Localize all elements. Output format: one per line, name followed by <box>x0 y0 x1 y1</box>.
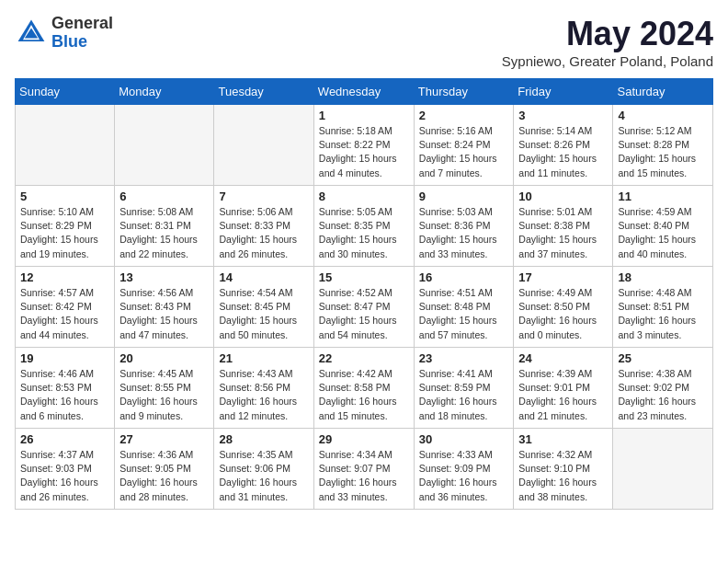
day-number: 24 <box>518 351 608 365</box>
day-info: Sunrise: 4:59 AM Sunset: 8:40 PM Dayligh… <box>618 205 708 261</box>
day-info: Sunrise: 4:34 AM Sunset: 9:07 PM Dayligh… <box>319 448 409 504</box>
month-title: May 2024 <box>502 15 713 53</box>
weekday-header-row: SundayMondayTuesdayWednesdayThursdayFrid… <box>16 79 713 105</box>
day-number: 10 <box>518 190 608 203</box>
calendar-cell <box>16 105 115 186</box>
day-info: Sunrise: 4:39 AM Sunset: 9:01 PM Dayligh… <box>518 367 608 423</box>
day-number: 29 <box>319 432 409 446</box>
day-info: Sunrise: 4:38 AM Sunset: 9:02 PM Dayligh… <box>618 367 708 423</box>
day-number: 17 <box>518 270 608 284</box>
calendar-week-3: 12Sunrise: 4:57 AM Sunset: 8:42 PM Dayli… <box>16 267 713 348</box>
calendar-cell: 14Sunrise: 4:54 AM Sunset: 8:45 PM Dayli… <box>214 267 313 348</box>
calendar-week-2: 5Sunrise: 5:10 AM Sunset: 8:29 PM Daylig… <box>16 186 713 267</box>
calendar-cell: 11Sunrise: 4:59 AM Sunset: 8:40 PM Dayli… <box>613 186 713 267</box>
day-info: Sunrise: 5:12 AM Sunset: 8:28 PM Dayligh… <box>618 124 708 180</box>
title-block: May 2024 Sypniewo, Greater Poland, Polan… <box>502 15 713 69</box>
day-number: 3 <box>518 109 608 122</box>
day-number: 15 <box>319 270 409 284</box>
day-info: Sunrise: 4:45 AM Sunset: 8:55 PM Dayligh… <box>119 367 209 423</box>
weekday-header-tuesday: Tuesday <box>214 79 313 105</box>
day-number: 28 <box>219 432 308 446</box>
weekday-header-sunday: Sunday <box>16 79 115 105</box>
day-info: Sunrise: 5:14 AM Sunset: 8:26 PM Dayligh… <box>518 124 608 180</box>
calendar-cell: 29Sunrise: 4:34 AM Sunset: 9:07 PM Dayli… <box>313 429 414 510</box>
calendar-cell: 1Sunrise: 5:18 AM Sunset: 8:22 PM Daylig… <box>313 105 414 186</box>
calendar-cell: 20Sunrise: 4:45 AM Sunset: 8:55 PM Dayli… <box>115 348 214 429</box>
day-info: Sunrise: 5:18 AM Sunset: 8:22 PM Dayligh… <box>319 124 409 180</box>
day-number: 14 <box>219 270 308 284</box>
calendar-cell: 24Sunrise: 4:39 AM Sunset: 9:01 PM Dayli… <box>514 348 613 429</box>
calendar-cell: 17Sunrise: 4:49 AM Sunset: 8:50 PM Dayli… <box>514 267 613 348</box>
calendar-cell: 9Sunrise: 5:03 AM Sunset: 8:36 PM Daylig… <box>414 186 514 267</box>
weekday-header-monday: Monday <box>115 79 214 105</box>
weekday-header-friday: Friday <box>514 79 613 105</box>
calendar-cell: 25Sunrise: 4:38 AM Sunset: 9:02 PM Dayli… <box>613 348 713 429</box>
calendar-cell: 23Sunrise: 4:41 AM Sunset: 8:59 PM Dayli… <box>414 348 514 429</box>
day-info: Sunrise: 4:32 AM Sunset: 9:10 PM Dayligh… <box>518 448 608 504</box>
logo-general-text: General <box>51 14 113 32</box>
day-number: 31 <box>518 432 608 446</box>
day-info: Sunrise: 4:35 AM Sunset: 9:06 PM Dayligh… <box>219 448 308 504</box>
day-info: Sunrise: 4:54 AM Sunset: 8:45 PM Dayligh… <box>219 286 308 342</box>
day-info: Sunrise: 4:51 AM Sunset: 8:48 PM Dayligh… <box>419 286 509 342</box>
calendar-cell: 15Sunrise: 4:52 AM Sunset: 8:47 PM Dayli… <box>313 267 414 348</box>
day-number: 19 <box>20 351 109 365</box>
day-info: Sunrise: 5:03 AM Sunset: 8:36 PM Dayligh… <box>419 205 509 261</box>
day-number: 11 <box>618 190 708 203</box>
calendar-cell: 26Sunrise: 4:37 AM Sunset: 9:03 PM Dayli… <box>16 429 115 510</box>
day-info: Sunrise: 5:06 AM Sunset: 8:33 PM Dayligh… <box>219 205 308 261</box>
calendar-cell <box>214 105 313 186</box>
day-number: 30 <box>419 432 509 446</box>
calendar-cell: 13Sunrise: 4:56 AM Sunset: 8:43 PM Dayli… <box>115 267 214 348</box>
calendar-cell <box>613 429 713 510</box>
day-info: Sunrise: 4:56 AM Sunset: 8:43 PM Dayligh… <box>119 286 209 342</box>
day-number: 9 <box>419 190 509 203</box>
day-info: Sunrise: 5:08 AM Sunset: 8:31 PM Dayligh… <box>119 205 209 261</box>
day-number: 27 <box>119 432 209 446</box>
logo-text: General Blue <box>51 15 113 52</box>
logo-blue-text: Blue <box>51 32 87 51</box>
page-header: General Blue May 2024 Sypniewo, Greater … <box>15 15 713 69</box>
day-info: Sunrise: 4:41 AM Sunset: 8:59 PM Dayligh… <box>419 367 509 423</box>
day-number: 16 <box>419 270 509 284</box>
day-info: Sunrise: 4:42 AM Sunset: 8:58 PM Dayligh… <box>319 367 409 423</box>
calendar-table: SundayMondayTuesdayWednesdayThursdayFrid… <box>15 78 713 510</box>
calendar-cell: 7Sunrise: 5:06 AM Sunset: 8:33 PM Daylig… <box>214 186 313 267</box>
day-number: 13 <box>119 270 209 284</box>
calendar-cell: 16Sunrise: 4:51 AM Sunset: 8:48 PM Dayli… <box>414 267 514 348</box>
day-info: Sunrise: 4:48 AM Sunset: 8:51 PM Dayligh… <box>618 286 708 342</box>
day-number: 23 <box>419 351 509 365</box>
calendar-week-5: 26Sunrise: 4:37 AM Sunset: 9:03 PM Dayli… <box>16 429 713 510</box>
day-number: 1 <box>319 109 409 122</box>
day-info: Sunrise: 4:36 AM Sunset: 9:05 PM Dayligh… <box>119 448 209 504</box>
day-number: 2 <box>419 109 509 122</box>
day-number: 21 <box>219 351 308 365</box>
logo: General Blue <box>15 15 113 52</box>
calendar-cell: 21Sunrise: 4:43 AM Sunset: 8:56 PM Dayli… <box>214 348 313 429</box>
day-number: 8 <box>319 190 409 203</box>
day-info: Sunrise: 5:16 AM Sunset: 8:24 PM Dayligh… <box>419 124 509 180</box>
logo-icon <box>15 17 48 50</box>
day-number: 18 <box>618 270 708 284</box>
calendar-cell: 2Sunrise: 5:16 AM Sunset: 8:24 PM Daylig… <box>414 105 514 186</box>
calendar-cell: 28Sunrise: 4:35 AM Sunset: 9:06 PM Dayli… <box>214 429 313 510</box>
day-number: 22 <box>319 351 409 365</box>
day-info: Sunrise: 4:49 AM Sunset: 8:50 PM Dayligh… <box>518 286 608 342</box>
day-info: Sunrise: 4:33 AM Sunset: 9:09 PM Dayligh… <box>419 448 509 504</box>
calendar-cell <box>115 105 214 186</box>
calendar-cell: 19Sunrise: 4:46 AM Sunset: 8:53 PM Dayli… <box>16 348 115 429</box>
weekday-header-saturday: Saturday <box>613 79 713 105</box>
calendar-cell: 8Sunrise: 5:05 AM Sunset: 8:35 PM Daylig… <box>313 186 414 267</box>
day-number: 6 <box>119 190 209 203</box>
day-number: 25 <box>618 351 708 365</box>
calendar-cell: 5Sunrise: 5:10 AM Sunset: 8:29 PM Daylig… <box>16 186 115 267</box>
day-number: 5 <box>20 190 109 203</box>
day-number: 26 <box>20 432 109 446</box>
calendar-cell: 4Sunrise: 5:12 AM Sunset: 8:28 PM Daylig… <box>613 105 713 186</box>
weekday-header-wednesday: Wednesday <box>313 79 414 105</box>
calendar-cell: 27Sunrise: 4:36 AM Sunset: 9:05 PM Dayli… <box>115 429 214 510</box>
calendar-cell: 30Sunrise: 4:33 AM Sunset: 9:09 PM Dayli… <box>414 429 514 510</box>
day-info: Sunrise: 4:46 AM Sunset: 8:53 PM Dayligh… <box>20 367 109 423</box>
day-info: Sunrise: 5:01 AM Sunset: 8:38 PM Dayligh… <box>518 205 608 261</box>
weekday-header-thursday: Thursday <box>414 79 514 105</box>
